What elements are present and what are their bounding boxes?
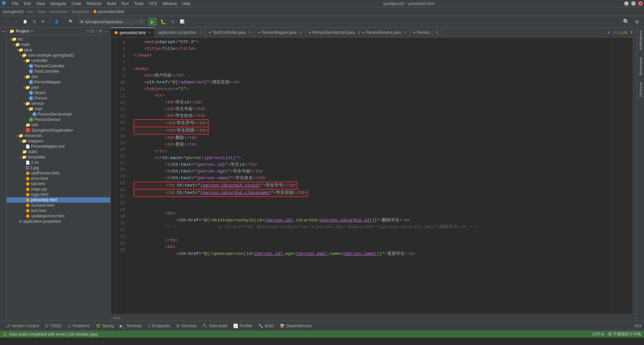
menu-run[interactable]: Run bbox=[119, 1, 131, 7]
panel-settings-icon[interactable]: ⚙ bbox=[99, 29, 102, 33]
bookmarks-panel-button[interactable]: Bookmarks bbox=[639, 57, 643, 75]
tree-item-resources[interactable]: ▾ 📁resources bbox=[7, 133, 110, 138]
code-content[interactable]: <meta charset="UTF-8"> <title>Title</tit… bbox=[128, 38, 610, 314]
tab-personserviceimpl[interactable]: ● PersonServiceImpl.java ✕ bbox=[306, 27, 359, 37]
tab-personmapper[interactable]: ● PersonMapper.java ✕ bbox=[255, 27, 305, 37]
close-button[interactable]: ✕ bbox=[638, 1, 643, 6]
tree-item-Idcard[interactable]: CIdcard bbox=[7, 90, 110, 95]
tree-item-success.html[interactable]: 🔶success.html bbox=[7, 203, 110, 208]
menu-window[interactable]: Window bbox=[160, 1, 180, 7]
coverage-button[interactable]: ⊙ bbox=[169, 18, 176, 25]
minimize-button[interactable]: – bbox=[624, 1, 629, 6]
menu-code[interactable]: Code bbox=[69, 1, 84, 7]
profile-button[interactable]: 📊 bbox=[178, 18, 186, 25]
toolbar-settings-button[interactable]: ⚙ bbox=[39, 18, 47, 25]
collapse-all-icon[interactable]: ⊟ bbox=[91, 29, 94, 33]
toolbar-collapse-button[interactable]: ⊟ bbox=[31, 18, 38, 25]
menu-build[interactable]: Build bbox=[104, 1, 119, 7]
tree-item-index.jsp[interactable]: 🔶index.jsp bbox=[7, 187, 110, 192]
problems-button[interactable]: ⚠ Problems bbox=[65, 323, 93, 329]
tab-person[interactable]: ● Person... ✕ bbox=[410, 27, 442, 37]
tree-item-personlist.html[interactable]: 🔶personlist.html bbox=[7, 197, 110, 203]
menu-edit[interactable]: Edit bbox=[21, 1, 34, 7]
tree-item-java[interactable]: ▾ 📁java bbox=[7, 47, 110, 53]
menu-tools[interactable]: Tools bbox=[131, 1, 146, 7]
tree-item-TestController[interactable]: CTestController bbox=[7, 69, 110, 74]
tree-item-Springboot2Application[interactable]: 🔴Springboot2Application bbox=[7, 128, 110, 133]
tree-item-PersonController[interactable]: CPersonController bbox=[7, 63, 110, 69]
tab-personservice[interactable]: ● PersonService.java ✕ bbox=[359, 27, 410, 37]
menu-vcs[interactable]: VCS bbox=[146, 1, 160, 7]
dependencies-button[interactable]: 📦 Dependencies bbox=[277, 323, 315, 329]
menu-navigate[interactable]: Navigate bbox=[48, 1, 69, 7]
tab-personmapper-close[interactable]: ✕ bbox=[299, 30, 302, 34]
search-everywhere-button[interactable]: 🔍 bbox=[621, 17, 632, 26]
tree-item-test.html[interactable]: 🔶test.html bbox=[7, 208, 110, 213]
tree-item-login.html[interactable]: 🔶login.html bbox=[7, 192, 110, 197]
tree-item-pojo[interactable]: ▾ 📁pojo bbox=[7, 85, 110, 90]
spring-button[interactable]: 🌿 Spring bbox=[93, 323, 116, 329]
tab-application-close[interactable]: ✕ bbox=[199, 30, 202, 34]
todo-button[interactable]: ☑ TODO bbox=[42, 323, 64, 329]
version-control-button[interactable]: ⎇ Version Control bbox=[3, 323, 42, 329]
menu-view[interactable]: View bbox=[34, 1, 48, 7]
scrollbar[interactable] bbox=[633, 38, 637, 314]
tree-item-templates[interactable]: ▾ 📁templates bbox=[7, 154, 110, 160]
toolbar-recent-files-button[interactable]: 📋 bbox=[21, 18, 30, 25]
endpoints-button[interactable]: ⬡ Endpoints bbox=[145, 323, 173, 329]
hide-panel-icon[interactable]: — bbox=[104, 29, 108, 33]
tree-item-main[interactable]: ▾ 📁main bbox=[7, 42, 110, 47]
tree-item-2.jpg[interactable]: 🖼2.jpg bbox=[7, 165, 110, 170]
tree-item-Person[interactable]: CPerson bbox=[7, 95, 110, 101]
tree-item-service[interactable]: ▾ 📁service bbox=[7, 101, 110, 106]
structure-panel-button[interactable]: Structure bbox=[639, 82, 643, 97]
tree-item-error.html[interactable]: 🔶error.html bbox=[7, 176, 110, 181]
tree-item-1.txt[interactable]: 📄1.txt bbox=[7, 160, 110, 165]
tab-application[interactable]: application.properties ✕ bbox=[155, 27, 205, 37]
tree-item-fail.html[interactable]: 🔶fail.html bbox=[7, 181, 110, 187]
project-icon[interactable]: 1 bbox=[1, 29, 6, 34]
toolbar-forward-button[interactable]: → bbox=[12, 19, 19, 25]
tab-testcontroller[interactable]: ● TestController.java ✕ bbox=[205, 27, 255, 37]
tree-item-mappers[interactable]: ▾ 📁mappers bbox=[7, 138, 110, 144]
breadcrumb-project[interactable]: springboot2 bbox=[3, 9, 24, 14]
settings-gear-button[interactable]: ⚙ bbox=[633, 18, 641, 25]
debug-button[interactable]: 🐛 bbox=[158, 18, 168, 25]
sort-icon[interactable]: ↕ bbox=[95, 29, 97, 33]
tab-person-close[interactable]: ✕ bbox=[436, 30, 438, 34]
breadcrumb-src[interactable]: src bbox=[28, 9, 33, 14]
menu-refactor[interactable]: Refactor bbox=[84, 1, 104, 7]
tab-personlist[interactable]: 🔶 personlist.html ✕ bbox=[111, 27, 155, 37]
tree-item-addPerson.html[interactable]: 🔶addPerson.html bbox=[7, 170, 110, 176]
notifications-panel-button[interactable]: Notifications bbox=[639, 30, 643, 50]
tree-item-static[interactable]: 📁static bbox=[7, 149, 110, 154]
run-button[interactable]: ▶ bbox=[148, 18, 157, 26]
expand-tab-button[interactable]: ⬆ bbox=[629, 29, 635, 36]
services-button[interactable]: ⚙ Services bbox=[173, 323, 199, 329]
tab-personservice-close[interactable]: ✕ bbox=[404, 30, 406, 34]
tree-item-application.properties[interactable]: ⚙application.properties bbox=[7, 219, 110, 224]
tree-item-com[interactable]: ▾ 📁com.example.springboot2 bbox=[7, 53, 110, 58]
maximize-button[interactable]: □ bbox=[631, 1, 636, 6]
profiler-button[interactable]: 📈 Profiler bbox=[230, 323, 255, 329]
breadcrumb-main[interactable]: main bbox=[37, 9, 46, 14]
toolbar-git-button[interactable]: 👤 bbox=[52, 18, 61, 25]
terminal-button[interactable]: ▶_ Terminal bbox=[117, 323, 144, 329]
tree-item-PersonService[interactable]: IPersonService bbox=[7, 117, 110, 122]
tree-item-updateperson.html[interactable]: 🔶updateperson.html bbox=[7, 213, 110, 219]
toolbar-back-button[interactable]: ← bbox=[3, 19, 10, 25]
tab-testcontroller-close[interactable]: ✕ bbox=[248, 30, 251, 34]
menu-help[interactable]: Help bbox=[179, 1, 193, 7]
encoding-label[interactable]: UTF-8 bbox=[592, 332, 604, 337]
run-config-label[interactable]: Springboot2Application bbox=[85, 20, 123, 24]
tree-item-controller[interactable]: ▾ 📁controller bbox=[7, 58, 110, 63]
toolbar-debug-button[interactable]: 🔍 bbox=[67, 18, 75, 25]
tab-overflow-button[interactable]: ▾ bbox=[606, 29, 611, 36]
locate-file-icon[interactable]: ⊙ bbox=[86, 29, 89, 33]
tree-item-utils[interactable]: 📁utils bbox=[7, 122, 110, 128]
breadcrumb-templates[interactable]: templates bbox=[71, 9, 89, 14]
menu-file[interactable]: File bbox=[9, 1, 21, 7]
tree-item-PersonMapper.xml[interactable]: 📄PersonMapper.xml bbox=[7, 144, 110, 149]
tree-item-dao[interactable]: ▾ 📁dao bbox=[7, 74, 110, 79]
breadcrumb-resources[interactable]: resources bbox=[50, 9, 68, 14]
